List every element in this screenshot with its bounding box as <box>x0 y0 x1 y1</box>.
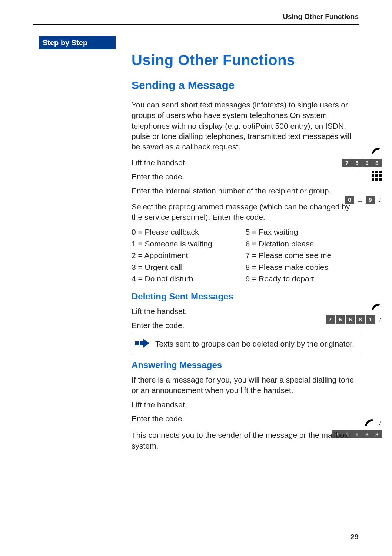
music-note-icon: ♪ <box>378 315 382 324</box>
note-text: Texts sent to groups can be deleted only… <box>155 339 354 349</box>
step-code: Enter the code. <box>132 320 359 331</box>
message-option: 9 = Ready to depart <box>246 273 360 285</box>
key-digit: 9 <box>366 196 375 204</box>
key-digit: 8 <box>372 159 382 167</box>
svg-rect-1 <box>137 341 139 345</box>
message-option: 2 = Appointment <box>132 249 246 261</box>
sending-h2: Sending a Message <box>132 79 359 92</box>
message-option: 5 = Fax waiting <box>246 226 360 238</box>
answering-h3: Answering Messages <box>132 360 359 370</box>
key-digit: 3 <box>372 430 382 438</box>
sending-intro: You can send short text messages (infote… <box>132 100 359 152</box>
page-number: 29 <box>351 533 359 541</box>
message-option: 4 = Do not disturb <box>132 273 246 285</box>
step-station: Enter the internal station number of the… <box>132 186 359 196</box>
message-option: 7 = Please come see me <box>246 249 360 261</box>
message-option: 1 = Someone is waiting <box>132 238 246 250</box>
step-lift: Lift the handset. <box>132 400 359 410</box>
svg-rect-2 <box>140 341 143 345</box>
key-digit: 8 <box>362 430 372 438</box>
step-code: Enter the code. <box>132 172 359 182</box>
step-select: Select the preprogrammed message (which … <box>132 202 359 223</box>
message-option: 8 = Please make copies <box>246 261 360 273</box>
answering-outro: This connects you to the sender of the m… <box>132 430 359 451</box>
step-lift: Lift the handset. <box>132 158 359 168</box>
svg-rect-0 <box>135 341 137 345</box>
page-h1: Using Other Functions <box>132 52 359 69</box>
header-section-label: Using Other Functions <box>283 13 359 21</box>
answering-intro: If there is a message for you, you will … <box>132 375 359 396</box>
header-rule <box>33 24 359 25</box>
deleting-h3: Deleting Sent Messages <box>132 291 359 302</box>
key-digit: 6 <box>362 159 372 167</box>
music-note-icon: ♪ <box>378 418 382 427</box>
messages-left-col: 0 = Please callback 1 = Someone is waiti… <box>132 226 246 285</box>
message-option: 0 = Please callback <box>132 226 246 238</box>
music-note-icon: ♪ <box>378 195 382 204</box>
step-code: Enter the code. <box>132 414 359 424</box>
arrow-icon <box>135 339 149 348</box>
sidebar-title: Step by Step <box>39 36 116 49</box>
step-lift: Lift the handset. <box>132 306 359 317</box>
note-box: Texts sent to groups can be deleted only… <box>132 335 359 353</box>
message-option: 3 = Urgent call <box>132 261 246 273</box>
message-option: 6 = Dictation please <box>246 238 360 250</box>
messages-right-col: 5 = Fax waiting 6 = Dictation please 7 =… <box>246 226 360 285</box>
key-digit: 1 <box>366 315 375 324</box>
